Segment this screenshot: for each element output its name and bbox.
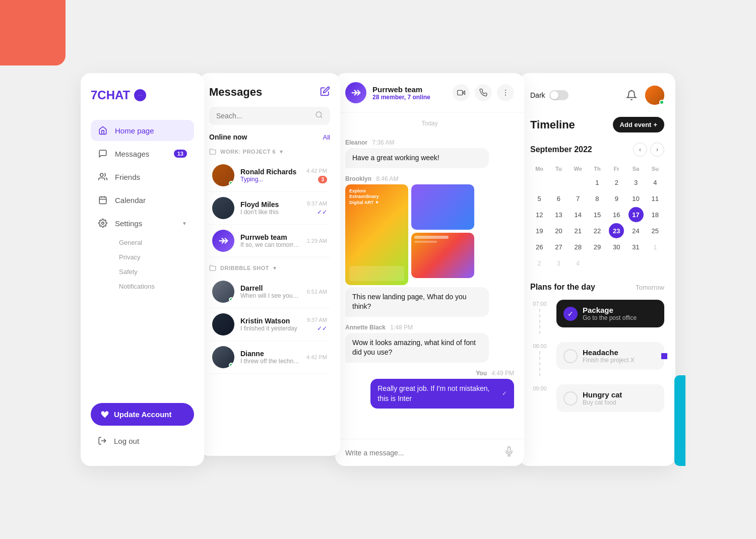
chat-date: Today bbox=[335, 113, 524, 134]
user-avatar[interactable] bbox=[645, 86, 664, 105]
cal-day-22[interactable]: 22 bbox=[590, 223, 605, 238]
dark-mode-toggle[interactable] bbox=[549, 90, 569, 100]
cal-day-25[interactable]: 25 bbox=[648, 223, 663, 238]
cal-day-2[interactable]: 2 bbox=[609, 175, 624, 190]
plan-name-hungry-cat: Hungry cat bbox=[583, 390, 622, 399]
cal-day-12[interactable]: 12 bbox=[532, 207, 547, 222]
sub-notifications[interactable]: Notifications bbox=[115, 280, 194, 293]
cal-day-3[interactable]: 3 bbox=[628, 175, 644, 190]
logo: 7CHAT bbox=[91, 88, 194, 102]
cal-day-1[interactable]: 1 bbox=[590, 175, 605, 190]
cal-day-8[interactable]: 8 bbox=[590, 191, 605, 206]
cal-day-18[interactable]: 18 bbox=[648, 207, 663, 222]
group-work-label: WORK: PROJECT 6 bbox=[220, 149, 276, 155]
nav-item-home[interactable]: Home page bbox=[91, 120, 194, 141]
msg-meta-dianne: 4:42 PM bbox=[306, 354, 327, 360]
compose-icon[interactable] bbox=[320, 86, 330, 98]
nav-item-calendar[interactable]: Calendar bbox=[91, 189, 194, 211]
cal-day-21[interactable]: 21 bbox=[571, 223, 586, 238]
message-input[interactable] bbox=[345, 449, 499, 457]
plan-card-headache[interactable]: Headache Finish the project X bbox=[556, 342, 664, 370]
msg-info-ronald: Ronald Richards Typing... bbox=[240, 168, 300, 183]
cal-day-24[interactable]: 24 bbox=[628, 223, 644, 238]
cal-day-11[interactable]: 11 bbox=[648, 191, 663, 206]
cal-day-19[interactable]: 19 bbox=[532, 223, 547, 238]
messages-badge: 13 bbox=[174, 150, 187, 158]
plan-card-package[interactable]: ✓ Package Go to the post office bbox=[556, 300, 664, 327]
cal-day-20[interactable]: 20 bbox=[551, 223, 566, 238]
timeline-panel: Dark Timeline Add event + bbox=[519, 73, 675, 466]
send-button[interactable] bbox=[504, 446, 514, 459]
update-account-button[interactable]: Update Account bbox=[91, 403, 194, 426]
cal-day-5[interactable]: 5 bbox=[532, 191, 547, 206]
logout-item[interactable]: Log out bbox=[91, 431, 194, 451]
cal-day-30[interactable]: 30 bbox=[609, 239, 624, 254]
cal-day-31[interactable]: 31 bbox=[628, 239, 644, 254]
msg-dianne[interactable]: Dianne I threw off the technical task 4:… bbox=[209, 341, 330, 374]
voice-call-button[interactable] bbox=[475, 84, 492, 101]
cal-day[interactable] bbox=[551, 175, 566, 190]
cal-day-13[interactable]: 13 bbox=[551, 207, 566, 222]
msg-darrell[interactable]: Darrell When will I see you? ⚡ 6:51 AM bbox=[209, 276, 330, 308]
cal-day[interactable] bbox=[571, 175, 586, 190]
avatar-kristin bbox=[212, 313, 234, 335]
plan-text-hungry-cat: Hungry cat Buy cat food bbox=[583, 390, 622, 406]
nav-label-home: Home page bbox=[115, 126, 154, 135]
cal-day-17-today[interactable]: 17 bbox=[628, 207, 644, 222]
msg-ronald[interactable]: Ronald Richards Typing... 4:42 PM 3 bbox=[209, 159, 330, 192]
toggle-thumb bbox=[550, 91, 558, 99]
add-icon: + bbox=[653, 121, 657, 128]
cal-day-next-4[interactable]: 4 bbox=[571, 255, 586, 271]
sub-general[interactable]: General bbox=[115, 236, 194, 249]
cal-day-26[interactable]: 26 bbox=[532, 239, 547, 254]
notification-icon[interactable] bbox=[623, 87, 640, 104]
online-all-link[interactable]: All bbox=[323, 133, 330, 141]
msg-name-purrweb: Purrweb team bbox=[240, 233, 301, 241]
avatar-darrell bbox=[212, 281, 234, 303]
cal-day-6[interactable]: 6 bbox=[551, 191, 566, 206]
cal-day-7[interactable]: 7 bbox=[571, 191, 586, 206]
svg-point-16 bbox=[505, 92, 506, 93]
cal-day-23-selected[interactable]: 23 bbox=[609, 223, 624, 238]
chat-bubble-own: Really great job. If I'm not mistaken, t… bbox=[370, 379, 514, 409]
cal-header-tu: Tu bbox=[549, 164, 568, 174]
cal-day-16[interactable]: 16 bbox=[609, 207, 624, 222]
sub-safety[interactable]: Safety bbox=[115, 265, 194, 279]
svg-line-8 bbox=[321, 116, 322, 118]
plan-indicator-dot bbox=[661, 353, 667, 359]
nav-item-messages[interactable]: Messages 13 bbox=[91, 143, 194, 164]
cal-day[interactable] bbox=[532, 175, 547, 190]
cal-day-next-1[interactable]: 1 bbox=[648, 239, 663, 254]
cal-day-next-3[interactable]: 3 bbox=[551, 255, 566, 271]
next-month-button[interactable]: › bbox=[650, 143, 664, 157]
cal-day-14[interactable]: 14 bbox=[571, 207, 586, 222]
video-call-button[interactable] bbox=[453, 84, 470, 101]
cal-day-29[interactable]: 29 bbox=[590, 239, 605, 254]
chat-footer bbox=[335, 439, 524, 466]
prev-month-button[interactable]: ‹ bbox=[633, 143, 647, 157]
msg-floyd[interactable]: Floyd Miles I don't like this 9:37 AM ✓✓ bbox=[209, 192, 330, 225]
chat-bubble-brooklyn: This new landing page, What do you think… bbox=[345, 287, 489, 317]
plan-check-package: ✓ bbox=[563, 307, 578, 321]
cal-day-27[interactable]: 27 bbox=[551, 239, 566, 254]
add-event-button[interactable]: Add event + bbox=[613, 117, 664, 132]
search-input[interactable] bbox=[216, 112, 311, 120]
nav-item-settings[interactable]: Settings ▼ bbox=[91, 213, 194, 234]
plan-card-hungry-cat[interactable]: Hungry cat Buy cat food bbox=[556, 384, 664, 412]
sub-privacy[interactable]: Privacy bbox=[115, 250, 194, 264]
cal-day-next-2[interactable]: 2 bbox=[532, 255, 547, 271]
plan-line-1 bbox=[539, 309, 540, 334]
nav-panel: 7CHAT Home page Messages 13 F bbox=[81, 73, 204, 466]
more-options-button[interactable] bbox=[497, 84, 514, 101]
cal-day-9[interactable]: 9 bbox=[609, 191, 624, 206]
nav-item-friends[interactable]: Friends bbox=[91, 166, 194, 187]
cal-day-15[interactable]: 15 bbox=[590, 207, 605, 222]
chat-author-brooklyn: Brooklyn 8:46 AM bbox=[345, 175, 514, 182]
cal-day-10[interactable]: 10 bbox=[628, 191, 644, 206]
cal-day-28[interactable]: 28 bbox=[571, 239, 586, 254]
msg-purrweb[interactable]: Purrweb team If so, we can tomorrow 1:29… bbox=[209, 225, 330, 257]
calendar-grid: Mo Tu We Th Fr Sa Su 1 2 3 4 5 6 7 8 bbox=[530, 164, 664, 271]
cal-day-4[interactable]: 4 bbox=[648, 175, 663, 190]
calendar-icon bbox=[98, 195, 108, 205]
msg-kristin[interactable]: Kristin Watson I finished it yesterday 9… bbox=[209, 308, 330, 341]
